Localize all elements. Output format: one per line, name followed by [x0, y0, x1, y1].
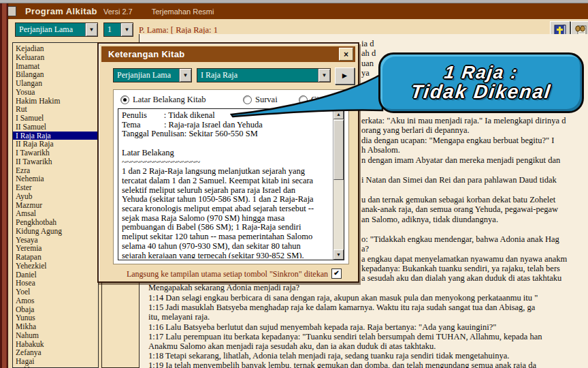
sidebar-item-hakim-hakim[interactable]: Hakim Hakim [13, 97, 98, 106]
close-icon[interactable]: × [339, 48, 353, 61]
sidebar-item-kidung-agung[interactable]: Kidung Agung [13, 227, 98, 236]
radio-selected-icon[interactable] [120, 95, 129, 104]
info-line: Tanggal Penulisan: Sekitar 560-550 SM [122, 129, 330, 139]
sidebar-item-yunus[interactable]: Yunus [13, 313, 98, 322]
info-line: sejarah kerajaan yang terpecah (sekitar … [122, 251, 330, 258]
chevron-down-icon[interactable]: ▼ [120, 23, 133, 36]
info-line: secara kronologis meliput empat abad sej… [122, 204, 330, 214]
sidebar-item-ezra[interactable]: Ezra [13, 166, 98, 175]
info-line [122, 139, 330, 149]
sidebar-item-ii-raja-raja[interactable]: II Raja Raja [13, 140, 98, 149]
book-info-textarea[interactable]: Penulis : Tidak dikenalTema : Raja-raja … [118, 108, 344, 260]
testament-dropdown-value: Perjanjian Lama [16, 23, 85, 36]
sync-checkbox-label: Langsung ke tampilan utama setiap tombol… [127, 269, 328, 279]
dialog-titlebar[interactable]: Keterangan Kitab × [101, 46, 355, 62]
scroll-down-icon[interactable]: ▼ [333, 249, 344, 260]
dialog-testament-dropdown[interactable]: Perjanjian Lama ▼ [113, 68, 192, 82]
sidebar-item-obaja[interactable]: Obaja [13, 305, 98, 314]
sidebar-item-bilangan[interactable]: Bilangan [13, 70, 98, 79]
sidebar-item-keluaran[interactable]: Keluaran [13, 53, 98, 62]
sidebar-item-ester[interactable]: Ester [13, 183, 98, 192]
sidebar-item-kejadian[interactable]: Kejadian [13, 44, 98, 53]
scrollbar[interactable]: ▲ ▼ [333, 109, 344, 260]
info-line: 1 dan 2 Raja-Raja langsung melanjutkan s… [122, 167, 330, 177]
sidebar-item-hosea[interactable]: Hosea [13, 279, 98, 288]
radio-latar-belakang[interactable]: Latar Belakang Kitab [120, 95, 206, 105]
sidebar-item-i-raja-raja[interactable]: I Raja Raja [13, 132, 98, 140]
sidebar-item-nahum[interactable]: Nahum [13, 331, 98, 340]
sidebar-item-habakuk[interactable]: Habakuk [13, 340, 98, 349]
radio-label: Latar Belakang Kitab [133, 95, 206, 105]
info-line: meliput sekitar 120 tahun -- masa pemeri… [122, 232, 330, 242]
sidebar-item-pengkhotbah[interactable]: Pengkhotbah [13, 218, 98, 227]
sidebar-item-yoel[interactable]: Yoel [13, 288, 98, 296]
testament-dropdown[interactable]: Perjanjian Lama ▼ [15, 22, 98, 37]
sidebar-item-zefanya[interactable]: Zefanya [13, 348, 98, 357]
sidebar-item-amos[interactable]: Amos [13, 296, 98, 305]
window-titlebar: Program Alkitab Versi 2.7 Terjemahan Res… [0, 3, 588, 19]
sidebar-item-mazmur[interactable]: Mazmur [13, 201, 98, 210]
info-line: ~~~~~~~~~~~~~~~~~ [122, 158, 330, 168]
sidebar-item-i-samuel[interactable]: I Samuel [13, 114, 98, 123]
sidebar-item-yesaya[interactable]: Yesaya [13, 236, 98, 245]
app-title: Program Alkitab [25, 6, 97, 16]
sidebar-item-daniel[interactable]: Daniel [13, 271, 98, 279]
dialog-testament-value: Perjanjian Lama [114, 69, 179, 82]
sidebar-item-yosua[interactable]: Yosua [13, 88, 98, 97]
info-line: sejak masa Raja Salomo (970 SM) hingga m… [122, 214, 330, 224]
info-line: Latar Belakang [122, 149, 330, 158]
book-info-text: Penulis : Tidak dikenalTema : Raja-raja … [122, 111, 330, 258]
sidebar-item-ii-samuel[interactable]: II Samuel [13, 123, 98, 132]
sidebar-item-ii-tawarikh[interactable]: II Tawarikh [13, 157, 98, 166]
window-left-frame [0, 3, 8, 368]
app-subtitle: Terjemahan Resmi [152, 7, 214, 16]
book-title-callout: 1 Raja : Tidak Dikenal [378, 52, 584, 113]
callout-line-1: 1 Raja : [443, 63, 519, 82]
chapter-dropdown[interactable]: 1 ▼ [103, 22, 133, 37]
chevron-down-icon[interactable]: ▼ [85, 23, 97, 36]
sidebar-item-imamat[interactable]: Imamat [13, 62, 98, 71]
info-line: selama 40 tahun (970-930 SM), dan sekita… [122, 242, 330, 251]
chevron-down-icon[interactable]: ▼ [179, 69, 191, 82]
info-line: pembuangan di Babel (586 SM); 1 Raja-Raj… [122, 223, 330, 232]
sidebar-item-ulangan[interactable]: Ulangan [13, 79, 98, 88]
sidebar-item-amsal[interactable]: Amsal [13, 209, 98, 218]
chapter-dropdown-value: 1 [104, 23, 120, 36]
sync-checkbox[interactable]: ✔ [331, 269, 342, 279]
app-version: Versi 2.7 [103, 7, 133, 16]
sidebar-item-yeremia[interactable]: Yeremia [13, 244, 98, 253]
scrollbar-thumb[interactable] [333, 120, 344, 180]
sidebar-item-i-tawarikh[interactable]: I Tawarikh [13, 149, 98, 157]
info-line: Yehuda (sekitar tahun 1050-586 SM). 1 da… [122, 195, 330, 204]
callout-line-2: Tidak Dikenal [410, 82, 553, 102]
sidebar-item-hagai[interactable]: Hagai [13, 357, 98, 366]
callout-tail [225, 68, 388, 123]
book-list[interactable]: KejadianKeluaranImamatBilanganUlanganYos… [12, 42, 99, 368]
sidebar-item-yehezkiel[interactable]: Yehezkiel [13, 262, 98, 271]
dialog-title: Keterangan Kitab [108, 49, 184, 59]
sidebar-item-mikha[interactable]: Mikha [13, 322, 98, 331]
sidebar-item-ratapan[interactable]: Ratapan [13, 253, 98, 262]
sidebar-item-rut[interactable]: Rut [13, 105, 98, 114]
sidebar-item-nehemia[interactable]: Nehemia [13, 174, 98, 183]
sync-option-row: Langsung ke tampilan utama setiap tombol… [99, 269, 358, 279]
sidebar-item-ayub[interactable]: Ayub [13, 192, 98, 201]
info-line: selektif meliput seluruh sejarah para ra… [122, 186, 330, 196]
info-line: tercatat dalam 1 dan 2 Samuel. Keempat k… [122, 177, 330, 186]
